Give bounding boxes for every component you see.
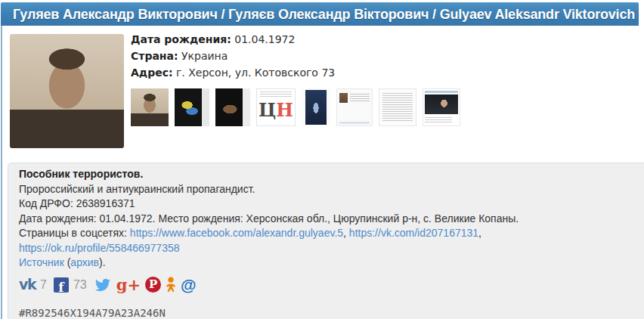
facebook-share-icon[interactable]: f: [54, 277, 69, 293]
googleplus-share-icon[interactable]: g+: [116, 277, 141, 293]
record-drfo-code: Код ДРФО: 2638916371: [19, 197, 644, 212]
facebook-share-count: 73: [73, 277, 87, 293]
vk-profile-link[interactable]: https://vk.com/id207167131: [349, 227, 478, 239]
archive-link[interactable]: архив: [70, 256, 99, 268]
thumbnail-dark-post[interactable]: [215, 88, 250, 126]
birthdate-label: Дата рождения:: [131, 33, 231, 45]
link-separator: ,: [478, 227, 481, 239]
thumbnail-facebook-post[interactable]: [336, 88, 373, 126]
thumbnail-cn-logo[interactable]: ЦН: [256, 88, 296, 126]
record-hash: #R892546X194A79A23A246N: [19, 306, 644, 319]
page-title: Гуляев Александр Викторович / Гуляєв Оле…: [1, 7, 635, 23]
record-box: Пособник террористов. Пророссийский и ан…: [8, 163, 644, 319]
thumbnail-tv-screenshot[interactable]: [423, 88, 460, 126]
social-links-line: Страницы в соцсетях: https://www.faceboo…: [19, 226, 644, 241]
cn-letter-red: Н: [276, 101, 293, 119]
record-description: Пророссийский и антиукраинский пропаганд…: [19, 182, 644, 197]
page-left-border: [1, 26, 2, 319]
meta-row-country: Страна: Украина: [131, 48, 335, 64]
odnoklassniki-share-icon[interactable]: [166, 277, 176, 293]
attachment-thumbnails: ЦН: [131, 88, 460, 126]
thumbnail-text-page[interactable]: [379, 88, 416, 126]
country-label: Страна:: [131, 50, 178, 62]
birthdate-value: 01.04.1972: [234, 33, 295, 45]
record-heading: Пособник террористов.: [19, 167, 644, 182]
thumbnail-map-collage[interactable]: [175, 88, 209, 126]
meta-row-address: Адрес: г. Херсон, ул. Котовского 73: [131, 64, 335, 81]
ok-link-line: https://ok.ru/profile/558466977358: [19, 241, 644, 256]
link-separator: ,: [343, 227, 349, 239]
address-value: г. Херсон, ул. Котовского 73: [176, 67, 335, 79]
thumbnail-portrait[interactable]: [131, 88, 169, 126]
pinterest-share-icon[interactable]: P: [145, 277, 161, 293]
share-buttons-row: vk 7 f 73 g+ P @: [19, 276, 644, 294]
twitter-share-icon[interactable]: [94, 277, 112, 293]
mailru-share-icon[interactable]: @: [181, 277, 196, 293]
meta-row-birthdate: Дата рождения: 01.04.1972: [131, 31, 335, 48]
source-line: Источник (архив).: [19, 256, 644, 271]
ok-profile-link[interactable]: https://ok.ru/profile/558466977358: [19, 242, 180, 254]
address-label: Адрес:: [131, 67, 173, 79]
profile-meta: Дата рождения: 01.04.1972 Страна: Украин…: [131, 31, 335, 81]
page-title-bar: Гуляев Александр Викторович / Гуляєв Оле…: [1, 2, 639, 26]
vk-share-icon[interactable]: vk: [19, 277, 36, 293]
cn-letter-dark: Ц: [259, 101, 276, 119]
profile-photo[interactable]: [10, 34, 124, 148]
thumbnail-poster[interactable]: [302, 88, 330, 126]
source-link[interactable]: Источник: [19, 256, 64, 268]
source-paren-close: ).: [99, 256, 106, 268]
facebook-profile-link[interactable]: https://www.facebook.com/alexandr.gulyae…: [130, 227, 343, 239]
social-links-label: Страницы в соцсетях:: [19, 227, 130, 239]
record-birth-info: Дата рождения: 01.04.1972. Место рождени…: [19, 212, 644, 227]
country-value: Украина: [181, 50, 228, 62]
vk-share-count: 7: [40, 277, 47, 293]
